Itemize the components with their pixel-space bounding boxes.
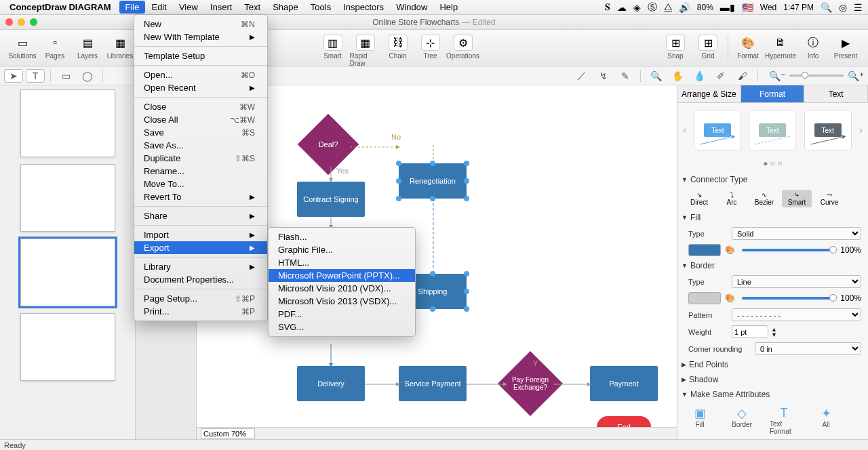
- file-menu-save[interactable]: Save⌘S: [134, 126, 267, 139]
- toolbar-smart[interactable]: ▥Smart: [317, 33, 349, 67]
- prev-style-icon[interactable]: ‹: [683, 124, 686, 136]
- file-menu-move-to-[interactable]: Move To...: [134, 178, 267, 190]
- file-menu-document-properties-[interactable]: Document Properties...: [134, 273, 267, 286]
- close-window[interactable]: [5, 18, 13, 26]
- clock-day[interactable]: Wed: [760, 3, 776, 12]
- export-menu-graphic-file-[interactable]: Graphic File...: [269, 243, 415, 256]
- file-menu-share[interactable]: Share▶: [134, 209, 267, 222]
- highlight-tool[interactable]: ✎: [616, 69, 635, 83]
- file-menu-new[interactable]: New⌘N: [134, 18, 267, 30]
- paint-tool[interactable]: 🖌: [733, 69, 752, 83]
- minimize-window[interactable]: [18, 18, 25, 26]
- brush-tool[interactable]: ✐: [711, 69, 730, 83]
- siri-icon[interactable]: ◎: [839, 2, 847, 13]
- shape-fx[interactable]: Pay Foreign Exchange?: [507, 361, 553, 407]
- border-type-select[interactable]: Line: [732, 275, 861, 288]
- hand-tool[interactable]: ✋: [668, 69, 687, 83]
- file-menu-rename-[interactable]: Rename...: [134, 165, 267, 178]
- menu-inspectors[interactable]: Inspectors: [337, 1, 390, 14]
- shape-payment[interactable]: Payment: [590, 366, 658, 401]
- line-tool[interactable]: ／: [572, 69, 591, 83]
- toolbar-info[interactable]: ⓘInfo: [797, 33, 829, 60]
- connector-tool[interactable]: ↯: [594, 69, 613, 83]
- style-card-3[interactable]: Text: [804, 110, 852, 150]
- shape-end[interactable]: End: [597, 416, 651, 427]
- export-menu-microsoft-visio-vdx-[interactable]: Microsoft Visio 2010 (VDX)...: [269, 282, 415, 295]
- toolbar-tree[interactable]: ⊹Tree: [415, 33, 446, 67]
- toolbar-chain[interactable]: ⛓Chain: [382, 33, 414, 67]
- export-menu-flash-[interactable]: Flash...: [269, 230, 415, 243]
- toolbar-grid[interactable]: ⊞Grid: [692, 33, 724, 60]
- tab-format[interactable]: Format: [741, 85, 805, 102]
- shape-contract[interactable]: Contract Signing: [297, 182, 365, 217]
- pointer-tool[interactable]: ➤: [4, 69, 23, 83]
- clock-time[interactable]: 1:47 PM: [783, 3, 814, 12]
- section-fill[interactable]: ▼Fill: [677, 210, 868, 225]
- file-menu-page-setup-[interactable]: Page Setup...⇧⌘P: [134, 292, 267, 305]
- export-menu-svg-[interactable]: SVG...: [269, 321, 415, 333]
- file-menu-open-recent[interactable]: Open Recent▶: [134, 81, 267, 94]
- menu-view[interactable]: View: [173, 1, 204, 14]
- pattern-select[interactable]: - - - - - - - - - -: [732, 308, 861, 321]
- rect-shape[interactable]: ▭: [56, 69, 75, 83]
- style-page-dots[interactable]: ● ○ ○: [677, 157, 868, 172]
- cloud-icon[interactable]: ☁: [617, 2, 627, 13]
- file-menu-close-all[interactable]: Close All⌥⌘W: [134, 113, 267, 126]
- menu-tools[interactable]: Tools: [304, 1, 337, 14]
- toolbar-layers[interactable]: ▤Layers: [72, 33, 103, 60]
- fill-opacity-slider[interactable]: [742, 249, 833, 251]
- ellipse-shape[interactable]: ◯: [78, 69, 97, 83]
- zoom-in-icon[interactable]: 🔍⁺: [848, 70, 864, 81]
- section-border[interactable]: ▼Border: [677, 258, 868, 273]
- conn-direct[interactable]: ↘Direct: [684, 190, 714, 207]
- text-tool[interactable]: T: [26, 69, 45, 83]
- toolbar-solutions[interactable]: ▭Solutions: [7, 33, 38, 60]
- zoom-field[interactable]: [201, 428, 255, 438]
- msa-text[interactable]: TText Format: [770, 406, 798, 435]
- msa-fill[interactable]: ▣Fill: [686, 406, 714, 435]
- toolbar-pages[interactable]: ▫Pages: [39, 33, 71, 60]
- menu-shape[interactable]: Shape: [267, 1, 304, 14]
- conn-arc[interactable]: ⤵Arc: [717, 190, 747, 207]
- msa-border[interactable]: ◇Border: [728, 406, 756, 435]
- page-thumb-3[interactable]: [20, 239, 115, 306]
- file-menu-close[interactable]: Close⌘W: [134, 100, 267, 113]
- battery-pct[interactable]: 80%: [697, 3, 713, 12]
- flag-icon[interactable]: 🇺🇸: [742, 2, 753, 13]
- menu-text[interactable]: Text: [238, 1, 267, 14]
- export-menu-microsoft-powerpoint-pptx-[interactable]: Microsoft PowerPoint (PPTX)...: [269, 269, 415, 282]
- file-menu-revert-to[interactable]: Revert To▶: [134, 190, 267, 203]
- skype-icon[interactable]: Ⓢ: [648, 1, 657, 14]
- corner-select[interactable]: 0 in: [755, 342, 861, 355]
- file-menu-new-with-template[interactable]: New With Template▶: [134, 30, 267, 43]
- file-menu-print-[interactable]: Print...⌘P: [134, 305, 267, 318]
- sound-icon[interactable]: 🔊: [679, 2, 690, 13]
- battery-icon[interactable]: ▬▮: [720, 2, 735, 13]
- shape-service-payment[interactable]: Service Payment: [399, 366, 467, 401]
- diamond-icon[interactable]: ◈: [633, 2, 641, 13]
- menu-file[interactable]: File: [119, 1, 146, 14]
- fill-type-select[interactable]: Solid: [732, 227, 861, 240]
- section-shadow[interactable]: ▶Shadow: [677, 372, 868, 387]
- file-menu-export[interactable]: Export▶: [134, 241, 267, 254]
- s-icon[interactable]: 𝐒: [605, 1, 610, 13]
- toolbar-present[interactable]: ▶Present: [830, 33, 861, 60]
- page-thumb-4[interactable]: [20, 313, 115, 381]
- file-menu-import[interactable]: Import▶: [134, 228, 267, 241]
- zoom-tool[interactable]: 🔍: [646, 69, 665, 83]
- toolbar-snap[interactable]: ⊞Snap: [660, 33, 691, 60]
- dropper-tool[interactable]: 💧: [690, 69, 709, 83]
- shape-deal[interactable]: Deal?: [307, 123, 350, 166]
- toolbar-rapid[interactable]: ▦Rapid Draw: [350, 33, 381, 67]
- fill-colorwheel-icon[interactable]: 🎨: [725, 245, 735, 255]
- menu-help[interactable]: Help: [433, 1, 464, 14]
- border-opacity-slider[interactable]: [742, 297, 833, 300]
- weight-stepper[interactable]: ▴▾: [772, 327, 776, 338]
- zoom-slider[interactable]: [789, 75, 844, 77]
- style-card-2[interactable]: Text: [749, 110, 796, 150]
- file-menu-save-as-[interactable]: Save As...: [134, 139, 267, 152]
- style-card-1[interactable]: Text: [694, 110, 741, 150]
- tab-text[interactable]: Text: [804, 85, 868, 102]
- export-menu-html-[interactable]: HTML...: [269, 256, 415, 269]
- conn-smart[interactable]: ⤷Smart: [782, 190, 812, 207]
